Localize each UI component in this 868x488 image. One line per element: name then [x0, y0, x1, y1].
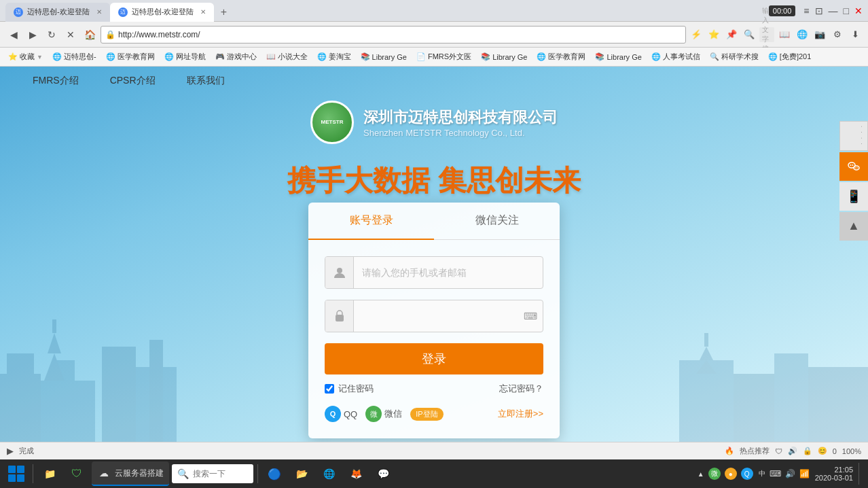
- search-toolbar-icon[interactable]: 🔍: [742, 27, 757, 42]
- clock[interactable]: 21:05 2020-03-01: [815, 466, 853, 482]
- bookmark-medical-edu[interactable]: 🌐 医学教育网: [102, 50, 159, 63]
- download-icon[interactable]: ⬇: [848, 27, 863, 42]
- translate-icon[interactable]: 🌐: [795, 27, 810, 42]
- taskbar-wechat[interactable]: 💬: [371, 461, 395, 486]
- bookmark-icon[interactable]: 📌: [724, 27, 739, 42]
- svg-rect-4: [102, 347, 136, 442]
- tray-orange[interactable]: ●: [725, 468, 737, 480]
- restore-btn[interactable]: □: [844, 5, 849, 16]
- tray-lang-icon: 中: [759, 469, 765, 478]
- wechat-sidebar-btn[interactable]: [839, 152, 868, 181]
- bookmark-library1[interactable]: 📚 Library Ge: [357, 51, 411, 63]
- keyboard-icon[interactable]: ⌨: [518, 300, 543, 332]
- screenshot-icon[interactable]: 📷: [812, 27, 827, 42]
- address-input[interactable]: [118, 30, 681, 39]
- page-content: FMRS介绍 CPSR介绍 联系我们 METSTR 深圳市迈特思创科技有限公司 …: [0, 67, 868, 442]
- forward-button[interactable]: ▶: [24, 27, 41, 43]
- login-button[interactable]: 登录: [325, 343, 543, 374]
- back-button[interactable]: ◀: [5, 27, 22, 43]
- tray-volume-icon[interactable]: 🔊: [785, 469, 795, 478]
- up-sidebar-btn[interactable]: ▲: [839, 212, 868, 241]
- qq-login[interactable]: Q QQ: [325, 406, 357, 422]
- remember-me: 记住密码: [325, 383, 374, 395]
- password-group: ⌨: [325, 300, 543, 332]
- lightning-icon[interactable]: ⚡: [689, 27, 704, 42]
- bookmark-exam[interactable]: 🌐 人事考试信: [647, 50, 704, 63]
- tab-account[interactable]: 账号登录: [308, 203, 434, 240]
- bookmark-fmrs[interactable]: 📄 FMRS外文医: [412, 50, 475, 63]
- bookmark-library3[interactable]: 📚 Library Ge: [591, 51, 645, 63]
- taskbar-ie[interactable]: 🌐: [317, 461, 341, 486]
- taskbar-sep-2: [257, 464, 258, 483]
- bookmark-1-label: 医学教育网: [117, 52, 155, 62]
- bookmark-nav[interactable]: 🌐 网址导航: [160, 50, 210, 63]
- taskbar-cloud[interactable]: ☁ 云服务器搭建: [92, 461, 169, 486]
- sidebar-dots: · · · ·: [839, 121, 868, 151]
- tab-1-favicon: 迈: [14, 7, 23, 17]
- taskbar-cloud-label: 云服务器搭建: [115, 468, 164, 479]
- username-input[interactable]: [354, 257, 543, 288]
- tab-1[interactable]: 迈 迈特思创-欢迎登陆 ✕: [5, 3, 110, 22]
- tray-blue[interactable]: Q: [741, 468, 753, 480]
- ip-login[interactable]: IP登陆: [410, 408, 443, 421]
- window-icon[interactable]: ⊡: [815, 5, 823, 16]
- bookmark-library2[interactable]: 📚 Library Ge: [477, 51, 531, 63]
- nav-cpsr[interactable]: CPSR介绍: [105, 72, 161, 90]
- show-desktop-btn[interactable]: [858, 463, 864, 485]
- bookmark-free[interactable]: 🌐 [免费]201: [764, 50, 815, 63]
- refresh-button[interactable]: ↻: [43, 27, 60, 43]
- bookmark-novel[interactable]: 📖 小说大全: [262, 50, 312, 63]
- toolbar-actions: ⚡ ⭐ 📌 🔍 输入文字搜索 📖 🌐 📷 ⚙ ⬇: [689, 27, 863, 42]
- taskbar-files[interactable]: 📂: [289, 461, 314, 486]
- bookmark-taobao[interactable]: 🌐 姜淘宝: [313, 50, 355, 63]
- tray-up-icon[interactable]: ▲: [698, 470, 704, 478]
- hot-recommend-label: 热点推荐: [740, 446, 770, 456]
- wechat-login[interactable]: 微 微信: [365, 406, 402, 422]
- nav-fmrs[interactable]: FMRS介绍: [27, 72, 84, 90]
- logo-text-block: 深圳市迈特思创科技有限公司 Shenzhen METSTR Technology…: [363, 107, 558, 138]
- tray-wechat[interactable]: 微: [708, 468, 721, 480]
- new-tab-button[interactable]: +: [214, 3, 233, 22]
- bookmark-6-label: Library Ge: [372, 53, 407, 61]
- bookmark-medical2[interactable]: 🌐 医学教育网: [532, 50, 590, 63]
- settings-icon[interactable]: ⚙: [830, 27, 845, 42]
- stop-button[interactable]: ✕: [62, 27, 79, 43]
- register-link[interactable]: 立即注册>>: [498, 408, 543, 420]
- timer-display: 00:00: [769, 5, 796, 16]
- bookmark-10-label: Library Ge: [607, 53, 641, 61]
- star-icon[interactable]: ⭐: [706, 27, 721, 42]
- title-bar: 迈 迈特思创-欢迎登陆 ✕ 迈 迈特思创-欢迎登陆 ✕ + 00:00 ≡ ⊡ …: [0, 0, 868, 22]
- taskbar-file-explorer[interactable]: 📁: [37, 461, 62, 486]
- nav-contact[interactable]: 联系我们: [181, 72, 230, 90]
- bookmark-game[interactable]: 🎮 游戏中心: [211, 50, 261, 63]
- remember-checkbox[interactable]: [325, 384, 334, 394]
- menu-icon[interactable]: ≡: [803, 5, 809, 16]
- bookmark-12-label: 科研学术搜: [721, 52, 759, 62]
- tab-wechat[interactable]: 微信关注: [434, 203, 560, 239]
- svg-rect-1: [7, 353, 34, 442]
- tab-1-close[interactable]: ✕: [96, 8, 102, 16]
- home-button[interactable]: 🏠: [82, 27, 98, 43]
- reader-icon[interactable]: 📖: [777, 27, 792, 42]
- minimize-btn[interactable]: —: [829, 5, 838, 16]
- taskbar-360[interactable]: 🔵: [262, 461, 287, 486]
- close-btn[interactable]: ✕: [854, 5, 863, 16]
- bookmark-research[interactable]: 🔍 科研学术搜: [706, 50, 763, 63]
- taskbar-app-orange[interactable]: 🦊: [344, 461, 368, 486]
- taskbar-search-input[interactable]: [193, 469, 247, 478]
- phone-sidebar-btn[interactable]: 📱: [839, 182, 868, 211]
- tray-network-icon[interactable]: 📶: [799, 469, 810, 478]
- taskbar-antivirus[interactable]: 🛡: [65, 461, 89, 486]
- password-input[interactable]: [354, 300, 518, 332]
- bookmark-favorites[interactable]: ⭐ 收藏 ▼: [4, 50, 47, 63]
- start-button[interactable]: [4, 461, 29, 486]
- svg-rect-11: [734, 374, 774, 442]
- tab-2[interactable]: 迈 迈特思创-欢迎登陆 ✕: [110, 3, 215, 22]
- forget-password[interactable]: 忘记密码？: [499, 383, 543, 395]
- bookmark-5-icon: 🌐: [317, 52, 327, 61]
- play-icon: ▶: [7, 446, 14, 456]
- bookmark-metstr[interactable]: 🌐 迈特思创-: [48, 50, 101, 63]
- svg-rect-25: [8, 466, 16, 473]
- taskbar-search-box[interactable]: 🔍: [172, 464, 253, 483]
- tab-2-close[interactable]: ✕: [200, 8, 206, 16]
